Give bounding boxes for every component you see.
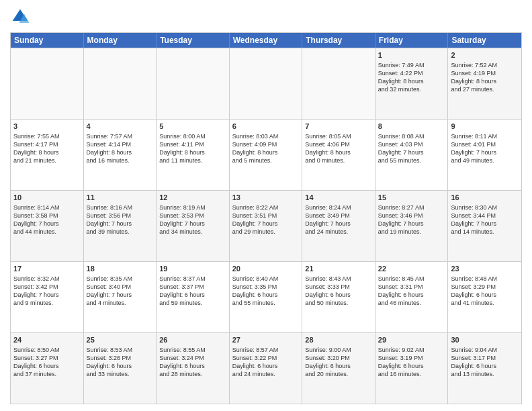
- calendar-cell: 22Sunrise: 8:45 AM Sunset: 3:31 PM Dayli…: [375, 262, 449, 332]
- day-info: Sunrise: 9:02 AM Sunset: 3:19 PM Dayligh…: [378, 346, 445, 379]
- day-number: 11: [87, 193, 154, 203]
- logo-icon: [10, 7, 30, 27]
- calendar-cell: 8Sunrise: 8:08 AM Sunset: 4:03 PM Daylig…: [375, 120, 449, 190]
- calendar-cell: 12Sunrise: 8:19 AM Sunset: 3:53 PM Dayli…: [157, 191, 230, 261]
- day-number: 8: [378, 122, 445, 132]
- header: [10, 7, 522, 27]
- day-number: 4: [87, 122, 154, 132]
- day-number: 29: [378, 335, 445, 345]
- calendar-cell: 14Sunrise: 8:24 AM Sunset: 3:49 PM Dayli…: [302, 191, 375, 261]
- day-number: 27: [232, 335, 300, 345]
- calendar-cell: [84, 48, 157, 119]
- calendar-cell: 10Sunrise: 8:14 AM Sunset: 3:58 PM Dayli…: [11, 191, 84, 261]
- day-number: 18: [87, 264, 154, 274]
- day-number: 26: [159, 335, 226, 345]
- calendar-row-1: 3Sunrise: 7:55 AM Sunset: 4:17 PM Daylig…: [11, 119, 521, 190]
- day-number: 2: [451, 50, 519, 60]
- day-info: Sunrise: 8:16 AM Sunset: 3:56 PM Dayligh…: [87, 203, 154, 236]
- calendar-cell: 4Sunrise: 7:57 AM Sunset: 4:14 PM Daylig…: [84, 120, 157, 190]
- day-number: 7: [305, 122, 372, 132]
- calendar-cell: 24Sunrise: 8:50 AM Sunset: 3:27 PM Dayli…: [11, 333, 84, 404]
- day-number: 16: [451, 193, 519, 203]
- calendar-cell: 13Sunrise: 8:22 AM Sunset: 3:51 PM Dayli…: [230, 191, 303, 261]
- day-info: Sunrise: 7:52 AM Sunset: 4:19 PM Dayligh…: [451, 61, 519, 94]
- day-info: Sunrise: 8:35 AM Sunset: 3:40 PM Dayligh…: [87, 275, 154, 308]
- day-number: 30: [451, 335, 519, 345]
- calendar-row-2: 10Sunrise: 8:14 AM Sunset: 3:58 PM Dayli…: [11, 190, 521, 261]
- calendar-cell: 27Sunrise: 8:57 AM Sunset: 3:22 PM Dayli…: [230, 333, 303, 404]
- calendar-cell: 25Sunrise: 8:53 AM Sunset: 3:26 PM Dayli…: [84, 333, 157, 404]
- day-number: 25: [87, 335, 154, 345]
- day-info: Sunrise: 8:14 AM Sunset: 3:58 PM Dayligh…: [13, 203, 81, 236]
- calendar-cell: [302, 48, 375, 119]
- day-info: Sunrise: 8:05 AM Sunset: 4:06 PM Dayligh…: [305, 132, 372, 165]
- day-info: Sunrise: 8:00 AM Sunset: 4:11 PM Dayligh…: [159, 132, 226, 165]
- day-number: 20: [232, 264, 300, 274]
- day-number: 19: [159, 264, 226, 274]
- calendar-cell: 30Sunrise: 9:04 AM Sunset: 3:17 PM Dayli…: [448, 333, 521, 404]
- calendar-cell: 2Sunrise: 7:52 AM Sunset: 4:19 PM Daylig…: [448, 48, 521, 119]
- calendar-cell: 20Sunrise: 8:40 AM Sunset: 3:35 PM Dayli…: [230, 262, 303, 332]
- calendar-cell: 21Sunrise: 8:43 AM Sunset: 3:33 PM Dayli…: [302, 262, 375, 332]
- calendar-row-0: 1Sunrise: 7:49 AM Sunset: 4:22 PM Daylig…: [11, 48, 521, 119]
- day-info: Sunrise: 8:57 AM Sunset: 3:22 PM Dayligh…: [232, 346, 300, 379]
- header-day-tuesday: Tuesday: [157, 33, 230, 48]
- day-info: Sunrise: 8:19 AM Sunset: 3:53 PM Dayligh…: [159, 203, 226, 236]
- header-day-thursday: Thursday: [302, 33, 375, 48]
- calendar-body: 1Sunrise: 7:49 AM Sunset: 4:22 PM Daylig…: [11, 48, 521, 404]
- day-number: 15: [378, 193, 445, 203]
- day-number: 14: [305, 193, 372, 203]
- day-info: Sunrise: 8:27 AM Sunset: 3:46 PM Dayligh…: [378, 203, 445, 236]
- calendar-cell: 15Sunrise: 8:27 AM Sunset: 3:46 PM Dayli…: [375, 191, 449, 261]
- calendar-cell: [11, 48, 84, 119]
- day-info: Sunrise: 8:53 AM Sunset: 3:26 PM Dayligh…: [87, 346, 154, 379]
- calendar-cell: [157, 48, 230, 119]
- calendar-cell: [230, 48, 303, 119]
- calendar-cell: 18Sunrise: 8:35 AM Sunset: 3:40 PM Dayli…: [84, 262, 157, 332]
- calendar-cell: 5Sunrise: 8:00 AM Sunset: 4:11 PM Daylig…: [157, 120, 230, 190]
- header-day-sunday: Sunday: [11, 33, 84, 48]
- day-info: Sunrise: 7:57 AM Sunset: 4:14 PM Dayligh…: [87, 132, 154, 165]
- day-info: Sunrise: 7:49 AM Sunset: 4:22 PM Dayligh…: [378, 61, 445, 94]
- calendar-cell: 29Sunrise: 9:02 AM Sunset: 3:19 PM Dayli…: [375, 333, 449, 404]
- day-number: 10: [13, 193, 81, 203]
- calendar-cell: 3Sunrise: 7:55 AM Sunset: 4:17 PM Daylig…: [11, 120, 84, 190]
- calendar-cell: 26Sunrise: 8:55 AM Sunset: 3:24 PM Dayli…: [157, 333, 230, 404]
- day-number: 28: [305, 335, 372, 345]
- day-info: Sunrise: 8:08 AM Sunset: 4:03 PM Dayligh…: [378, 132, 445, 165]
- day-info: Sunrise: 8:11 AM Sunset: 4:01 PM Dayligh…: [451, 132, 519, 165]
- day-number: 22: [378, 264, 445, 274]
- calendar-cell: 28Sunrise: 9:00 AM Sunset: 3:20 PM Dayli…: [302, 333, 375, 404]
- day-info: Sunrise: 8:37 AM Sunset: 3:37 PM Dayligh…: [159, 275, 226, 308]
- day-number: 12: [159, 193, 226, 203]
- page: SundayMondayTuesdayWednesdayThursdayFrid…: [0, 0, 532, 411]
- calendar-cell: 6Sunrise: 8:03 AM Sunset: 4:09 PM Daylig…: [230, 120, 303, 190]
- day-number: 21: [305, 264, 372, 274]
- calendar-cell: 1Sunrise: 7:49 AM Sunset: 4:22 PM Daylig…: [375, 48, 449, 119]
- day-info: Sunrise: 8:22 AM Sunset: 3:51 PM Dayligh…: [232, 203, 300, 236]
- day-info: Sunrise: 8:32 AM Sunset: 3:42 PM Dayligh…: [13, 275, 81, 308]
- day-info: Sunrise: 9:00 AM Sunset: 3:20 PM Dayligh…: [305, 346, 372, 379]
- calendar-header: SundayMondayTuesdayWednesdayThursdayFrid…: [11, 33, 521, 48]
- calendar-cell: 16Sunrise: 8:30 AM Sunset: 3:44 PM Dayli…: [448, 191, 521, 261]
- logo: [10, 7, 33, 27]
- day-info: Sunrise: 8:30 AM Sunset: 3:44 PM Dayligh…: [451, 203, 519, 236]
- day-number: 24: [13, 335, 81, 345]
- header-day-wednesday: Wednesday: [230, 33, 303, 48]
- day-number: 5: [159, 122, 226, 132]
- calendar-cell: 23Sunrise: 8:48 AM Sunset: 3:29 PM Dayli…: [448, 262, 521, 332]
- day-number: 9: [451, 122, 519, 132]
- header-day-saturday: Saturday: [448, 33, 521, 48]
- header-day-friday: Friday: [375, 33, 449, 48]
- calendar-cell: 11Sunrise: 8:16 AM Sunset: 3:56 PM Dayli…: [84, 191, 157, 261]
- calendar-row-4: 24Sunrise: 8:50 AM Sunset: 3:27 PM Dayli…: [11, 332, 521, 404]
- day-info: Sunrise: 8:43 AM Sunset: 3:33 PM Dayligh…: [305, 275, 372, 308]
- calendar-cell: 7Sunrise: 8:05 AM Sunset: 4:06 PM Daylig…: [302, 120, 375, 190]
- day-number: 6: [232, 122, 300, 132]
- day-info: Sunrise: 8:45 AM Sunset: 3:31 PM Dayligh…: [378, 275, 445, 308]
- day-number: 3: [13, 122, 81, 132]
- calendar-cell: 9Sunrise: 8:11 AM Sunset: 4:01 PM Daylig…: [448, 120, 521, 190]
- day-number: 17: [13, 264, 81, 274]
- calendar-cell: 19Sunrise: 8:37 AM Sunset: 3:37 PM Dayli…: [157, 262, 230, 332]
- day-info: Sunrise: 8:24 AM Sunset: 3:49 PM Dayligh…: [305, 203, 372, 236]
